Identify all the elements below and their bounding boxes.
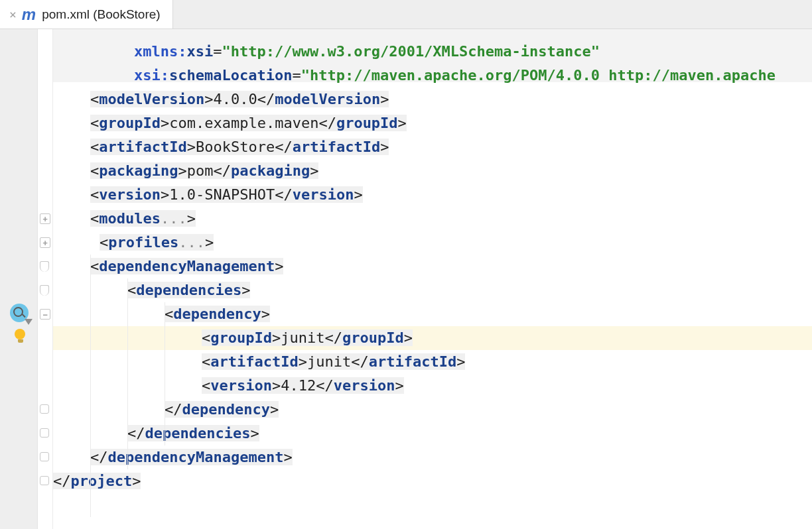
code-line[interactable]: <version>4.12</version> — [202, 374, 404, 398]
code-line[interactable]: xsi:schemaLocation="http://maven.apache.… — [134, 64, 776, 88]
code-line[interactable]: <artifactId>junit</artifactId> — [202, 350, 465, 374]
indent-guide — [165, 302, 165, 445]
file-tab[interactable]: × m pom.xml (BookStore) — [0, 0, 173, 29]
editor: ++− xmlns:xsi="http://www.w3.org/2001/XM… — [0, 29, 812, 529]
fold-expand-icon[interactable]: + — [40, 213, 50, 224]
fold-region-end-icon[interactable] — [40, 452, 49, 461]
code-line[interactable]: <profiles...> — [100, 231, 214, 255]
code-line[interactable]: <dependencyManagement> — [90, 255, 283, 278]
current-line-highlight — [53, 326, 812, 350]
fold-region-start-icon[interactable] — [40, 261, 49, 272]
fold-region-start-icon[interactable] — [40, 285, 49, 296]
fold-gutter[interactable]: ++− — [37, 29, 53, 529]
action-rail — [0, 29, 37, 529]
indent-guide — [127, 278, 128, 469]
indent-guide — [90, 255, 91, 517]
code-line[interactable]: <packaging>pom</packaging> — [90, 159, 318, 183]
fold-region-end-icon[interactable] — [40, 476, 49, 485]
fold-collapse-icon[interactable]: − — [40, 309, 50, 320]
code-line[interactable]: </project> — [53, 469, 141, 493]
search-action-icon[interactable] — [10, 304, 29, 322]
fold-region-end-icon[interactable] — [40, 404, 49, 414]
fold-region-end-icon[interactable] — [40, 428, 49, 438]
code-line[interactable]: <groupId>junit</groupId> — [202, 326, 413, 350]
intention-bulb-icon[interactable] — [15, 329, 27, 345]
maven-file-icon: m — [22, 5, 35, 24]
code-line[interactable]: </dependencyManagement> — [90, 445, 293, 469]
code-line[interactable]: </dependency> — [165, 398, 279, 422]
code-line[interactable]: </dependencies> — [127, 422, 259, 445]
code-line[interactable]: <dependency> — [165, 302, 270, 326]
fold-expand-icon[interactable]: + — [40, 237, 50, 248]
code-area[interactable]: xmlns:xsi="http://www.w3.org/2001/XMLSch… — [53, 29, 812, 529]
code-line[interactable]: <artifactId>BookStore</artifactId> — [90, 135, 389, 159]
tab-bar: × m pom.xml (BookStore) — [0, 0, 812, 29]
code-line[interactable]: <groupId>com.example.maven</groupId> — [90, 111, 407, 135]
code-line[interactable]: <modules...> — [90, 207, 196, 231]
code-line[interactable]: xmlns:xsi="http://www.w3.org/2001/XMLSch… — [134, 40, 600, 64]
close-icon[interactable]: × — [9, 9, 17, 21]
code-line[interactable]: <version>1.0-SNAPSHOT</version> — [90, 183, 363, 207]
code-line[interactable]: <dependencies> — [127, 278, 250, 302]
code-line[interactable]: <modelVersion>4.0.0</modelVersion> — [90, 88, 389, 111]
tab-title: pom.xml (BookStore) — [42, 7, 160, 22]
